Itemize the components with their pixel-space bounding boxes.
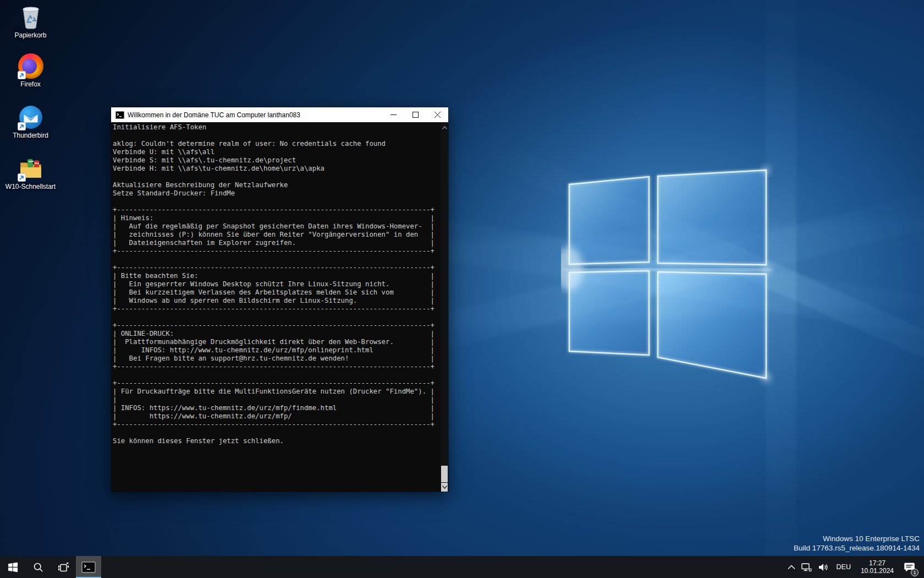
keyboard-language-button[interactable]: DEU (832, 556, 856, 578)
desktop-icon-recycle-bin[interactable]: Papierkorb (4, 4, 57, 39)
desktop-icon-label: W10-Schnellstart (4, 183, 57, 190)
cmd-icon (116, 111, 124, 119)
chevron-up-icon (788, 565, 795, 570)
taskbar-app-cmd[interactable] (76, 556, 101, 578)
console-titlebar[interactable]: Willkommen in der Domäne TUC am Computer… (111, 107, 448, 122)
windows-edition-watermark: Windows 10 Enterprise LTSC Build 17763.r… (794, 534, 920, 553)
speaker-icon (818, 563, 828, 571)
action-center-button[interactable]: 1 (899, 556, 922, 578)
cmd-icon (81, 561, 96, 573)
scrollbar-down-icon[interactable] (441, 483, 448, 492)
windows-logo-wallpaper (561, 161, 776, 390)
console-window: Willkommen in der Domäne TUC am Computer… (111, 107, 448, 492)
watermark-line1: Windows 10 Enterprise LTSC (794, 534, 920, 543)
search-icon (33, 562, 43, 572)
taskbar: DEU 17:27 10.01.2024 1 (0, 556, 924, 578)
close-button[interactable] (426, 107, 448, 122)
desktop-icon-label: Thunderbird (4, 132, 57, 139)
console-output[interactable]: Initialisiere AFS-Token aklog: Couldn't … (111, 122, 448, 445)
desktop-icon-firefox[interactable]: Firefox (4, 53, 57, 88)
desktop-icon-label: Firefox (4, 80, 57, 88)
minimize-button[interactable] (382, 107, 404, 122)
task-view-button[interactable] (51, 556, 76, 578)
maximize-button[interactable] (404, 107, 426, 122)
tray-date: 10.01.2024 (861, 567, 894, 575)
desktop-icon-w10-schnellstart[interactable]: W10-Schnellstart (4, 156, 57, 190)
volume-button[interactable] (815, 556, 832, 578)
scrollbar-up-icon[interactable] (441, 124, 448, 132)
desktop-icon-label: Papierkorb (4, 31, 57, 39)
tray-time: 17:27 (861, 559, 894, 567)
ethernet-icon (801, 563, 812, 572)
start-button[interactable] (0, 556, 25, 578)
tray-overflow-button[interactable] (784, 556, 799, 578)
shortcut-arrow-icon (18, 122, 26, 130)
watermark-line2: Build 17763.rs5_release.180914-1434 (794, 543, 920, 553)
window-title: Willkommen in der Domäne TUC am Computer… (128, 111, 382, 119)
windows-start-icon (8, 562, 18, 572)
console-body: Initialisiere AFS-Token aklog: Couldn't … (111, 122, 448, 492)
clock[interactable]: 17:27 10.01.2024 (856, 556, 899, 578)
scrollbar-thumb[interactable] (441, 466, 448, 482)
shortcut-arrow-icon (18, 71, 26, 79)
search-button[interactable] (25, 556, 51, 578)
console-scrollbar[interactable] (441, 122, 448, 492)
recycle-bin-icon (18, 4, 43, 30)
network-status-button[interactable] (799, 556, 815, 578)
system-tray: DEU 17:27 10.01.2024 1 (784, 556, 922, 578)
task-view-icon (58, 562, 69, 572)
shortcut-arrow-icon (18, 173, 26, 182)
notification-count-badge: 1 (911, 569, 919, 576)
desktop-icon-thunderbird[interactable]: Thunderbird (4, 105, 57, 139)
